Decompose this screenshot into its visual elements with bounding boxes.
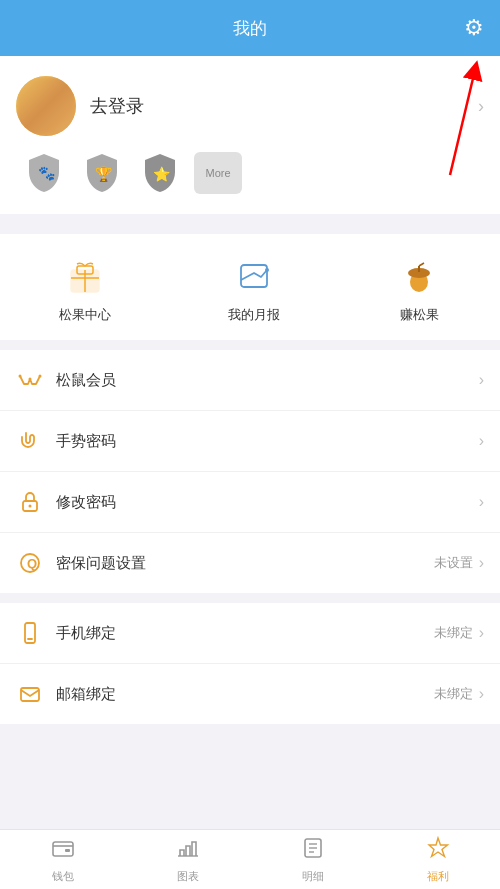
security-qa-chevron: › (479, 554, 484, 572)
security-qa-status: 未设置 (434, 554, 473, 572)
change-pwd-chevron: › (479, 493, 484, 511)
svg-point-17 (29, 505, 32, 508)
change-pwd-label: 修改密码 (56, 493, 479, 512)
section-gap-2 (0, 340, 500, 350)
email-bind-status: 未绑定 (434, 685, 473, 703)
vip-chevron: › (479, 371, 484, 389)
svg-point-13 (19, 375, 22, 378)
gesture-pwd-chevron: › (479, 432, 484, 450)
monthly-report-label: 我的月报 (228, 306, 280, 324)
section-gap-1 (0, 214, 500, 224)
earn-pine-icon (397, 254, 441, 298)
lock-icon (16, 488, 44, 516)
menu-item-security-qa[interactable]: Q 密保问题设置 未设置 › (0, 533, 500, 593)
email-bind-chevron: › (479, 685, 484, 703)
gesture-pwd-label: 手势密码 (56, 432, 479, 451)
nav-charts[interactable]: 图表 (125, 836, 250, 884)
quick-actions-section: 松果中心 我的月报 赚松果 (0, 234, 500, 340)
phone-bind-status: 未绑定 (434, 624, 473, 642)
monthly-report-icon (232, 254, 276, 298)
profile-chevron: › (478, 96, 484, 117)
details-label: 明细 (302, 869, 324, 884)
menu-section-security: 松鼠会员 › 手势密码 › 修改密码 › Q 密 (0, 350, 500, 593)
svg-text:🏆: 🏆 (95, 166, 113, 183)
pine-center-icon (63, 254, 107, 298)
shield-icon-2: 🏆 (84, 152, 120, 194)
svg-text:🐾: 🐾 (38, 165, 56, 182)
svg-point-14 (39, 375, 42, 378)
phone-bind-chevron: › (479, 624, 484, 642)
svg-point-8 (265, 268, 269, 272)
badges-row: 🐾 🏆 ⭐ More (16, 152, 484, 194)
quick-action-monthly-report[interactable]: 我的月报 (228, 254, 280, 324)
menu-item-change-pwd[interactable]: 修改密码 › (0, 472, 500, 533)
vip-icon (16, 366, 44, 394)
email-icon (16, 680, 44, 708)
security-qa-icon: Q (16, 549, 44, 577)
charts-icon (176, 836, 200, 866)
phone-bind-label: 手机绑定 (56, 624, 434, 643)
vip-label: 松鼠会员 (56, 371, 479, 390)
charts-label: 图表 (177, 869, 199, 884)
quick-action-pine-center[interactable]: 松果中心 (59, 254, 111, 324)
security-qa-label: 密保问题设置 (56, 554, 434, 573)
phone-icon (16, 619, 44, 647)
earn-pine-label: 赚松果 (400, 306, 439, 324)
shield-icon-3: ⭐ (142, 152, 178, 194)
nav-wallet[interactable]: 钱包 (0, 836, 125, 884)
menu-section-binding: 手机绑定 未绑定 › 邮箱绑定 未绑定 › (0, 603, 500, 724)
profile-section: 去登录 › 🐾 🏆 (0, 56, 500, 214)
svg-rect-24 (65, 849, 70, 852)
svg-rect-22 (21, 688, 39, 701)
app-header: 我的 ⚙ (0, 0, 500, 56)
wallet-label: 钱包 (52, 869, 74, 884)
svg-point-15 (29, 378, 32, 381)
login-button[interactable]: 去登录 (90, 94, 478, 118)
menu-item-phone-bind[interactable]: 手机绑定 未绑定 › (0, 603, 500, 664)
gesture-icon (16, 427, 44, 455)
pine-center-label: 松果中心 (59, 306, 111, 324)
benefits-icon (426, 836, 450, 866)
svg-rect-7 (241, 265, 267, 287)
nav-benefits[interactable]: 福利 (375, 836, 500, 884)
settings-button[interactable]: ⚙ (464, 15, 484, 41)
badge-item[interactable]: ⭐ (136, 152, 184, 194)
more-label: More (205, 167, 230, 179)
avatar (16, 76, 76, 136)
svg-text:⭐: ⭐ (153, 166, 171, 183)
wallet-icon (51, 836, 75, 866)
shield-icon-1: 🐾 (26, 152, 62, 194)
quick-action-earn-pine[interactable]: 赚松果 (397, 254, 441, 324)
svg-rect-20 (25, 623, 35, 643)
benefits-label: 福利 (427, 869, 449, 884)
svg-rect-23 (53, 842, 73, 856)
email-bind-label: 邮箱绑定 (56, 685, 434, 704)
more-badges-button[interactable]: More (194, 152, 242, 194)
badge-item[interactable]: 🏆 (78, 152, 126, 194)
svg-text:Q: Q (27, 556, 37, 571)
menu-item-gesture-pwd[interactable]: 手势密码 › (0, 411, 500, 472)
svg-rect-11 (418, 266, 420, 272)
header-title: 我的 (233, 17, 267, 40)
profile-row[interactable]: 去登录 › (16, 76, 484, 136)
menu-item-email-bind[interactable]: 邮箱绑定 未绑定 › (0, 664, 500, 724)
badge-item[interactable]: 🐾 (20, 152, 68, 194)
svg-line-12 (419, 263, 424, 266)
nav-details[interactable]: 明细 (250, 836, 375, 884)
bottom-nav: 钱包 图表 明细 福利 (0, 829, 500, 889)
details-icon (301, 836, 325, 866)
menu-item-vip[interactable]: 松鼠会员 › (0, 350, 500, 411)
